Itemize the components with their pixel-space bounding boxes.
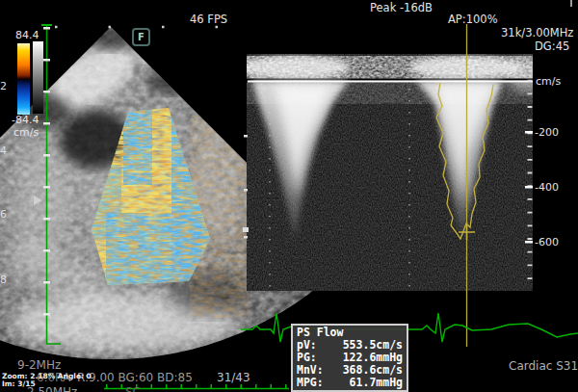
prf-frequency-label: 31k/3.00MHz: [501, 27, 573, 39]
preset-label: Cardiac S31: [509, 360, 578, 373]
ultrasound-graphics: [0, 0, 578, 392]
doppler-gain-label: DG:45: [535, 40, 569, 53]
acoustic-power-label: AP:100%: [448, 13, 498, 26]
color-scale-min: -84.4: [12, 115, 39, 126]
settings-label: R:9.00 BG:60 BD:85: [77, 372, 193, 384]
measurement-box[interactable]: PS Flow pV:553.5cm/s PG:122.6mmHg MnV:36…: [291, 324, 408, 392]
color-scale-max: 84.4: [15, 30, 39, 41]
fps-label: 46 FPS: [190, 13, 227, 26]
depth-label-6: 6: [0, 208, 10, 221]
meas-value: 61.7mmHg: [350, 377, 403, 389]
frame-counter: 31/43: [217, 372, 250, 384]
velocity-tick-600: -600: [535, 236, 559, 248]
depth-label-2: 2: [0, 80, 10, 92]
velocity-unit-label: cm/s: [536, 75, 561, 88]
freq-cutoff-label: 2.50MHz: [27, 386, 77, 392]
gray-scale-bar: [33, 41, 43, 114]
color-scale-unit: cm/s: [13, 127, 39, 139]
color-scale-bar: [17, 43, 30, 115]
depth-label-8: 8: [0, 274, 10, 286]
spectral-display: [238, 54, 549, 291]
velocity-tick-400: -400: [535, 181, 559, 194]
velocity-tick-200: -200: [535, 126, 559, 139]
color-speckle: [193, 125, 246, 308]
ultrasound-screen: 46 FPS Peak -16dB AP:100% 31k/3.00MHz DG…: [0, 0, 578, 392]
focus-marker-icon: [34, 196, 42, 205]
peak-label: Peak -16dB: [370, 2, 433, 14]
sc-label: SC: [125, 386, 141, 392]
meas-label: MPG:: [297, 377, 324, 389]
depth-label-4: 4: [0, 144, 10, 157]
orientation-marker-icon: F: [132, 28, 150, 46]
